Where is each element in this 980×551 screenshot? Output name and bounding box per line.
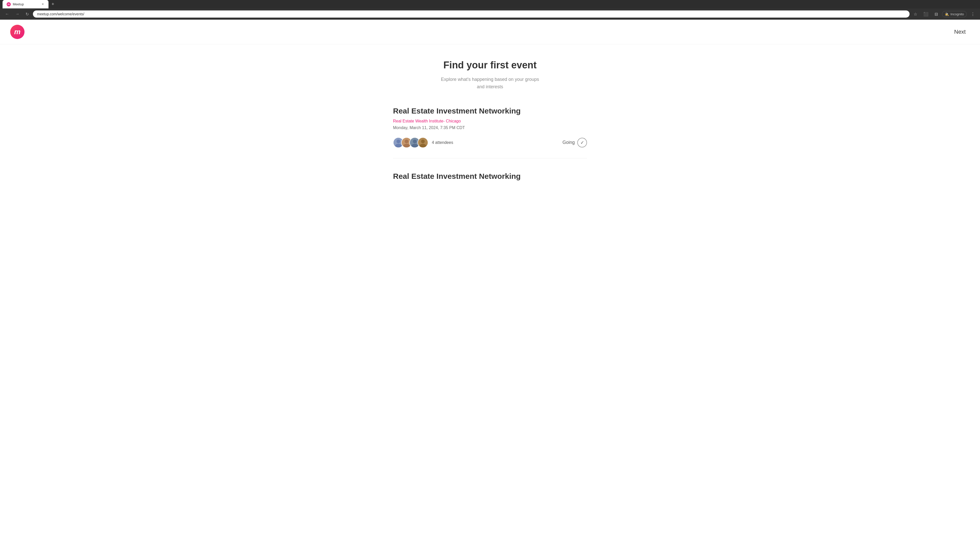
incognito-label: Incognito (950, 12, 964, 16)
browser-toolbar: ← → ↻ ☆ ⬛ ⊟ 🕵 Incognito ⋮ (0, 8, 980, 20)
svg-point-7 (413, 140, 417, 143)
logo-letter: m (14, 28, 21, 36)
tab-bar: m Meetup ✕ + (0, 0, 980, 8)
going-check-button-1[interactable]: ✓ (577, 138, 587, 148)
tab-close-icon[interactable]: ✕ (41, 2, 45, 6)
subtitle-line1: Explore what's happening based on your g… (441, 77, 539, 82)
browser-tab-meetup[interactable]: m Meetup ✕ (3, 0, 48, 8)
event-card-1: Real Estate Investment Networking Real E… (393, 106, 587, 159)
meetup-favicon: m (6, 2, 11, 6)
page-subtitle: Explore what's happening based on your g… (393, 76, 587, 91)
attendee-count-1: 4 attendees (432, 140, 453, 145)
attendees-section-1: 4 attendees (393, 137, 453, 148)
avatar-4 (417, 137, 428, 148)
svg-point-1 (396, 140, 400, 143)
logo-container: m (10, 25, 24, 39)
svg-point-10 (421, 140, 425, 143)
attendee-avatars-1 (393, 137, 428, 148)
back-button[interactable]: ← (3, 11, 11, 17)
page-title: Find your first event (393, 60, 587, 71)
event-date-1: Monday, March 11, 2024, 7:35 PM CDT (393, 125, 587, 130)
incognito-icon: 🕵 (945, 12, 949, 16)
event-title-2[interactable]: Real Estate Investment Networking (393, 171, 587, 181)
profile-icon[interactable]: ⊟ (932, 11, 940, 17)
event-title-1[interactable]: Real Estate Investment Networking (393, 106, 587, 116)
event-group-1[interactable]: Real Estate Wealth Institute- Chicago (393, 119, 587, 124)
event-card-2: Real Estate Investment Networking (393, 171, 587, 181)
meetup-logo[interactable]: m (10, 25, 24, 39)
reload-button[interactable]: ↻ (24, 11, 31, 17)
page-content: m Next Find your first event Explore wha… (0, 20, 980, 548)
forward-button[interactable]: → (13, 11, 21, 17)
tab-label: Meetup (13, 2, 39, 6)
bookmark-icon[interactable]: ☆ (912, 11, 919, 17)
address-bar[interactable] (33, 11, 910, 17)
main-content: Find your first event Explore what's hap… (388, 44, 592, 197)
going-label-1: Going (563, 140, 575, 145)
going-section-1: Going ✓ (563, 138, 587, 148)
svg-point-4 (405, 140, 408, 143)
browser-chrome: m Meetup ✕ + ← → ↻ ☆ ⬛ ⊟ 🕵 Incognito ⋮ (0, 0, 980, 20)
event-footer-1: 4 attendees Going ✓ (393, 137, 587, 148)
site-header: m Next (0, 20, 980, 44)
toolbar-actions: ☆ ⬛ ⊟ 🕵 Incognito ⋮ (912, 11, 977, 17)
subtitle-line2: and interests (477, 84, 503, 89)
next-button[interactable]: Next (950, 27, 970, 37)
incognito-badge: 🕵 Incognito (942, 11, 967, 17)
menu-icon[interactable]: ⋮ (969, 11, 977, 17)
new-tab-button[interactable]: + (49, 0, 57, 8)
extensions-icon[interactable]: ⬛ (921, 11, 931, 17)
